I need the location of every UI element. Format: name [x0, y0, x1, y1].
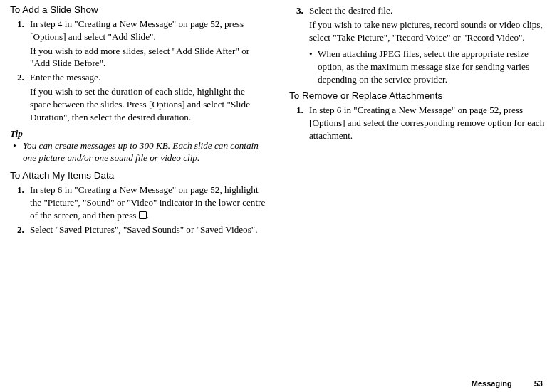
jpeg-note-bullet: When attaching JPEG files, select the ap…: [289, 48, 547, 85]
heading-attach-items: To Attach My Items Data: [10, 170, 268, 181]
step-1-text: In step 4 in "Creating a New Message" on…: [30, 18, 244, 42]
attach-step-2: Select "Saved Pictures", "Saved Sounds" …: [17, 223, 268, 236]
remove-step-1: In step 6 in "Creating a New Message" on…: [296, 104, 547, 142]
footer-page-number: 53: [534, 379, 543, 388]
attach-step-1: In step 6 in "Creating a New Message" on…: [17, 184, 268, 221]
page-footer: Messaging 53: [472, 379, 543, 388]
step-1: In step 4 in "Creating a New Message" on…: [17, 18, 268, 70]
footer-section: Messaging: [472, 379, 512, 388]
step-2: Enter the message. If you wish to set th…: [17, 71, 268, 123]
attach-step-3: Select the desired file. If you wish to …: [296, 4, 547, 43]
heading-remove-replace: To Remove or Replace Attachments: [289, 90, 547, 101]
step-1-detail: If you wish to add more slides, select "…: [30, 45, 268, 70]
attach-step-2-text: Select "Saved Pictures", "Saved Sounds" …: [30, 224, 258, 235]
tip-body: You can create messages up to 300 KB. Ea…: [10, 139, 268, 165]
remove-step-1-text: In step 6 in "Creating a New Message" on…: [309, 105, 544, 141]
center-key-icon: [139, 211, 147, 219]
step-2-text: Enter the message.: [30, 72, 100, 83]
attach-step-3-detail: If you wish to take new pictures, record…: [309, 18, 547, 44]
step-2-detail: If you wish to set the duration of each …: [30, 85, 268, 123]
tip-label: Tip: [10, 128, 268, 139]
heading-add-slide-show: To Add a Slide Show: [10, 4, 268, 15]
attach-step-1-post: .: [147, 210, 149, 221]
attach-step-3-text: Select the desired file.: [309, 5, 392, 16]
